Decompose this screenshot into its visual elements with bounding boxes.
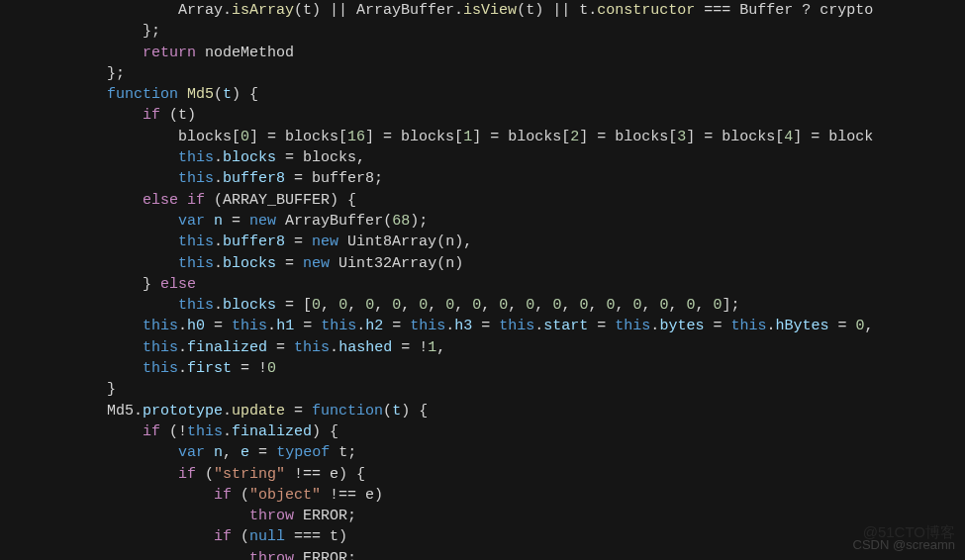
code-line: Md5.prototype.update = function(t) { — [0, 403, 428, 420]
code-line: if ("string" !== e) { — [0, 466, 365, 483]
code-line: if (t) — [0, 107, 196, 124]
code-block: Array.isArray(t) || ArrayBuffer.isView(t… — [0, 0, 965, 560]
code-line: } — [0, 381, 116, 398]
code-line: this.buffer8 = buffer8; — [0, 170, 383, 187]
code-line: blocks[0] = blocks[16] = blocks[1] = blo… — [0, 129, 873, 145]
code-line: Array.isArray(t) || ArrayBuffer.isView(t… — [0, 2, 873, 19]
code-line: this.first = !0 — [0, 360, 276, 377]
code-line: }; — [0, 23, 160, 40]
code-line: this.h0 = this.h1 = this.h2 = this.h3 = … — [0, 318, 874, 334]
code-line: this.blocks = new Uint32Array(n) — [0, 255, 463, 272]
code-line: throw ERROR; — [0, 550, 356, 560]
code-line: if ("object" !== e) — [0, 487, 383, 504]
code-line: var n, e = typeof t; — [0, 444, 356, 461]
code-line: var n = new ArrayBuffer(68); — [0, 213, 428, 230]
code-line: if (!this.finalized) { — [0, 423, 338, 440]
code-line: this.finalized = this.hashed = !1, — [0, 339, 445, 356]
code-line: this.blocks = blocks, — [0, 149, 365, 166]
code-line: this.buffer8 = new Uint8Array(n), — [0, 233, 472, 250]
code-line: function Md5(t) { — [0, 86, 258, 103]
code-line: else if (ARRAY_BUFFER) { — [0, 192, 356, 209]
code-line: this.blocks = [0, 0, 0, 0, 0, 0, 0, 0, 0… — [0, 297, 740, 314]
code-line: }; — [0, 65, 125, 82]
code-line: } else — [0, 276, 196, 293]
code-line: if (null === t) — [0, 528, 347, 545]
watermark-bottom: CSDN @screamn — [853, 536, 956, 554]
code-line: throw ERROR; — [0, 508, 356, 524]
code-line: return nodeMethod — [0, 45, 294, 61]
